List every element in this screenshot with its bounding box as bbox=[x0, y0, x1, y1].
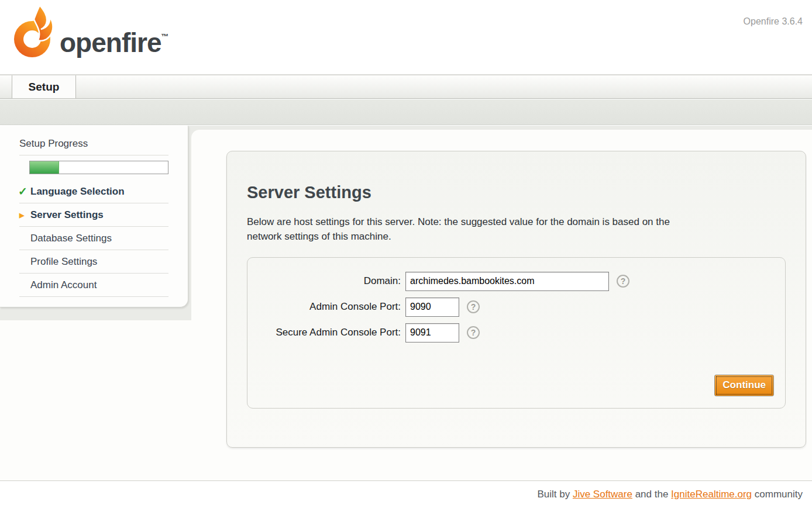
footer-text-prefix: Built by bbox=[537, 489, 572, 500]
sidebar-item-label: Server Settings bbox=[30, 209, 104, 220]
sidebar-item-label: Database Settings bbox=[30, 233, 112, 244]
wordmark: openfire™ bbox=[60, 27, 168, 58]
version-label: Openfire 3.6.4 bbox=[744, 16, 803, 27]
progress-fill bbox=[30, 161, 59, 174]
progress-bar bbox=[29, 161, 168, 174]
trademark: ™ bbox=[161, 32, 168, 41]
server-settings-form: Domain: ? Admin Console Port: ? Secure A… bbox=[247, 257, 786, 409]
page-title: Server Settings bbox=[247, 183, 786, 202]
check-icon: ✓ bbox=[18, 185, 27, 198]
sidebar-item-label: Language Selection bbox=[30, 186, 125, 197]
sidebar-item-label: Profile Settings bbox=[30, 256, 97, 267]
domain-input[interactable] bbox=[405, 272, 609, 291]
secure-admin-console-port-input[interactable] bbox=[405, 323, 459, 343]
footer-text-middle: and the bbox=[632, 489, 671, 500]
server-settings-panel: Server Settings Below are host settings … bbox=[226, 151, 806, 448]
sidebar-title: Setup Progress bbox=[19, 138, 168, 155]
admin-console-port-input[interactable] bbox=[405, 297, 459, 317]
content-area: Setup Progress ✓ Language Selection ▶ Se… bbox=[0, 126, 812, 480]
sidebar-item-admin-account: Admin Account bbox=[19, 274, 168, 297]
admin-console-port-label: Admin Console Port: bbox=[247, 301, 405, 313]
help-icon[interactable]: ? bbox=[467, 300, 480, 313]
igniterealtime-link[interactable]: IgniteRealtime.org bbox=[671, 489, 752, 500]
sidebar-item-profile-settings: Profile Settings bbox=[19, 250, 168, 274]
tab-setup[interactable]: Setup bbox=[12, 75, 76, 98]
form-row-admin-port: Admin Console Port: ? bbox=[247, 297, 785, 317]
sidebar-item-label: Admin Account bbox=[30, 279, 97, 290]
sidebar-item-database-settings: Database Settings bbox=[19, 227, 168, 250]
help-icon[interactable]: ? bbox=[617, 275, 629, 288]
footer-text-suffix: community bbox=[752, 489, 803, 500]
page-description: Below are host settings for this server.… bbox=[247, 215, 786, 244]
tab-strip: Setup bbox=[0, 74, 812, 99]
sidebar-item-language-selection: ✓ Language Selection bbox=[19, 180, 168, 203]
sidebar-item-server-settings: ▶ Server Settings bbox=[19, 203, 168, 227]
form-row-domain: Domain: ? bbox=[247, 272, 785, 291]
openfire-flame-icon bbox=[13, 5, 55, 63]
arrow-right-icon: ▶ bbox=[19, 212, 24, 219]
secure-admin-console-port-label: Secure Admin Console Port: bbox=[247, 327, 405, 338]
setup-steps-list: ✓ Language Selection ▶ Server Settings D… bbox=[19, 180, 168, 297]
form-row-secure-admin-port: Secure Admin Console Port: ? bbox=[247, 323, 785, 343]
continue-button[interactable]: Continue bbox=[714, 375, 774, 396]
domain-label: Domain: bbox=[247, 275, 405, 287]
header: openfire™ Openfire 3.6.4 bbox=[0, 0, 812, 74]
openfire-logo: openfire™ bbox=[13, 4, 165, 68]
jive-software-link[interactable]: Jive Software bbox=[573, 489, 632, 500]
sub-nav-bar bbox=[0, 99, 812, 125]
setup-progress-sidebar: Setup Progress ✓ Language Selection ▶ Se… bbox=[0, 126, 188, 307]
help-icon[interactable]: ? bbox=[467, 326, 480, 339]
footer: Built by Jive Software and the IgniteRea… bbox=[0, 480, 812, 512]
